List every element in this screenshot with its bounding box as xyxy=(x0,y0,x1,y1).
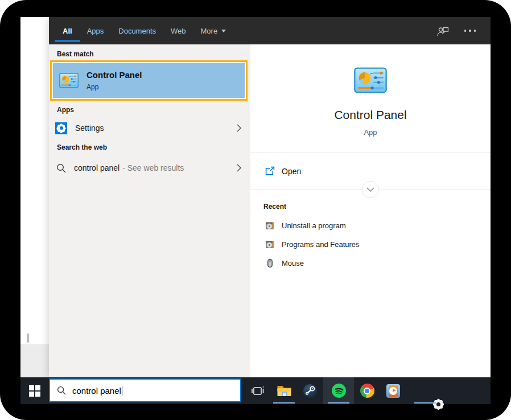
preview-subtitle: App xyxy=(250,128,491,137)
tab-documents[interactable]: Documents xyxy=(118,17,156,44)
expand-actions-button[interactable] xyxy=(362,181,379,198)
search-icon xyxy=(57,386,66,395)
programs-icon xyxy=(265,240,275,249)
settings-gear-icon xyxy=(55,122,67,134)
filter-tabs: All Apps Documents Web More xyxy=(63,17,226,44)
recent-item-mouse[interactable]: Mouse xyxy=(250,254,491,273)
text-cursor xyxy=(122,386,123,396)
mouse-icon xyxy=(265,258,275,268)
recent-item-programs-and-features[interactable]: Programs and Features xyxy=(250,235,491,254)
windows-logo-icon xyxy=(29,385,40,397)
tab-more-label: More xyxy=(201,27,218,35)
apps-header: Apps xyxy=(57,106,74,114)
control-panel-icon xyxy=(354,67,387,93)
chevron-right-icon xyxy=(237,124,241,132)
spotify-icon xyxy=(331,383,347,398)
tab-web[interactable]: Web xyxy=(171,17,186,44)
recent-list: Uninstall a program Programs and Feature… xyxy=(250,216,491,273)
media-player-button[interactable] xyxy=(380,377,406,404)
preview-pane: Control Panel App Open Recent Uninstall … xyxy=(250,44,491,377)
task-view-button[interactable] xyxy=(245,377,271,404)
best-match-title: Control Panel xyxy=(86,70,142,80)
dropdown-caret-icon xyxy=(221,30,226,32)
file-explorer-icon xyxy=(277,385,292,397)
web-query-suffix: - See web results xyxy=(122,163,184,172)
search-the-web-header: Search the web xyxy=(57,143,107,151)
tab-more[interactable]: More xyxy=(201,17,226,44)
tab-all[interactable]: All xyxy=(63,17,72,44)
search-input-value: control panel xyxy=(72,386,121,396)
recent-item-label: Uninstall a program xyxy=(282,221,346,230)
media-player-icon xyxy=(386,384,400,398)
feedback-user-icon[interactable] xyxy=(436,25,450,37)
taskbar-icons xyxy=(245,377,438,404)
more-options-icon[interactable] xyxy=(463,27,477,34)
background-window xyxy=(20,17,49,377)
recent-item-uninstall-a-program[interactable]: Uninstall a program xyxy=(250,216,491,235)
spotify-button[interactable] xyxy=(323,377,354,404)
best-match-header: Best match xyxy=(57,50,94,58)
start-button[interactable] xyxy=(20,377,49,404)
programs-icon xyxy=(265,221,275,230)
best-match-result[interactable]: Control Panel App xyxy=(53,63,245,98)
result-settings-label: Settings xyxy=(75,123,104,133)
result-settings[interactable]: Settings xyxy=(49,117,250,139)
search-icon xyxy=(56,163,66,173)
file-explorer-button[interactable] xyxy=(271,377,297,404)
recent-header: Recent xyxy=(263,203,286,211)
chrome-button[interactable] xyxy=(354,377,380,404)
search-filter-bar: All Apps Documents Web More xyxy=(49,17,491,44)
preview-title: Control Panel xyxy=(250,108,491,122)
result-web-search[interactable]: control panel - See web results xyxy=(49,157,250,179)
chevron-right-icon xyxy=(237,164,241,172)
results-pane: Best match Control Panel App Apps Settin… xyxy=(49,44,250,377)
best-match-subtitle: App xyxy=(86,83,142,91)
recent-item-label: Programs and Features xyxy=(282,240,360,249)
open-icon xyxy=(265,166,275,176)
steam-button[interactable] xyxy=(297,377,323,404)
web-query-text: control panel xyxy=(74,163,119,172)
task-view-icon xyxy=(251,385,265,397)
recent-item-label: Mouse xyxy=(282,259,304,267)
taskbar: control panel xyxy=(20,377,491,404)
tab-apps[interactable]: Apps xyxy=(87,17,104,44)
settings-button[interactable] xyxy=(412,377,438,404)
annotation-highlight-box: Control Panel App xyxy=(50,60,248,101)
open-action-label: Open xyxy=(282,167,301,176)
background-window-footer xyxy=(20,344,49,377)
steam-icon xyxy=(303,384,318,398)
taskbar-search-box[interactable]: control panel xyxy=(49,378,241,402)
background-scrollbar xyxy=(27,333,29,343)
control-panel-icon xyxy=(59,73,79,88)
chrome-icon xyxy=(360,384,374,398)
start-search-flyout: All Apps Documents Web More Best match C… xyxy=(49,17,491,377)
chevron-down-icon xyxy=(366,187,374,192)
